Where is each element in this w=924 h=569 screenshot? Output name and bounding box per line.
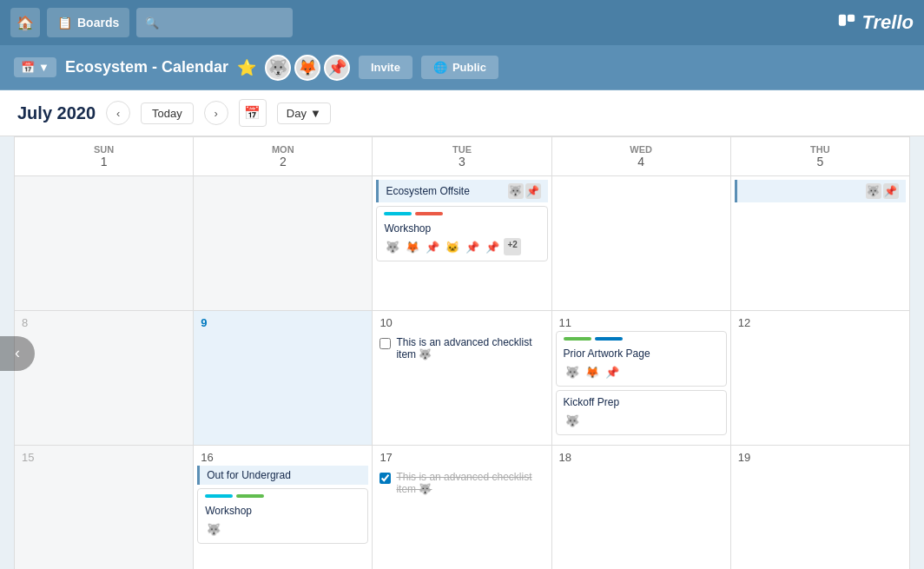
home-button[interactable]: 🏠 (10, 8, 40, 37)
day-cell-thu19: 19 (731, 446, 910, 569)
avatar: 🐺 (564, 412, 581, 429)
checklist-item-tue17: This is an advanced checklist item 🐺 (376, 466, 547, 500)
checklist-item-tue10: This is an advanced checklist item 🐺 (376, 331, 547, 366)
prior-artwork-card[interactable]: Prior Artwork Page 🐺 🦊 📌 (556, 331, 727, 387)
day-cell-sun15: 15 (15, 446, 194, 569)
prior-artwork-title: Prior Artwork Page (564, 347, 719, 360)
back-button[interactable]: ‹ (0, 336, 35, 371)
prev-month-button[interactable]: ‹ (106, 101, 130, 125)
label-blue (595, 337, 623, 341)
svg-rect-0 (839, 15, 846, 26)
day-cell-mon2 (194, 176, 373, 311)
card-avatars: 🐺 🦊 📌 🐱 📌 📌 +2 (384, 238, 539, 255)
home-icon: 🏠 (16, 15, 34, 31)
day-cell-mon16: 16 Out for Undergrad Workshop 🐺 (194, 446, 373, 569)
datepicker-icon: 📅 (244, 105, 261, 121)
avatar: 📌 (464, 238, 481, 255)
ecosystem-offsite-end[interactable]: 🐺 📌 (735, 180, 906, 202)
avatar: 🐺 (508, 183, 524, 199)
boards-board-icon: 📋 (57, 16, 72, 30)
avatar: 📌 (883, 183, 899, 199)
day-cell-mon9: 9 (194, 311, 373, 446)
avatar: 🦊 (584, 363, 601, 380)
view-select-button[interactable]: Day ▼ (277, 103, 331, 124)
day-cell-thu5: 🐺 📌 (731, 176, 910, 311)
col-header-tue: TUE 3 (373, 137, 551, 176)
label-cyan (384, 212, 412, 215)
col-header-wed: WED 4 (552, 137, 731, 176)
kickoff-prep-card[interactable]: Kickoff Prep 🐺 (556, 390, 727, 435)
avatar: 📌 (484, 238, 501, 255)
checklist-checkbox-done[interactable] (380, 473, 391, 484)
avatar: 🐺 (384, 238, 401, 255)
svg-rect-1 (848, 15, 855, 22)
day-num-8: 8 (18, 314, 189, 331)
col-header-sun: SUN 1 (15, 137, 194, 176)
avatar: 📌 (525, 183, 541, 199)
avatar: 🦊 (404, 238, 421, 255)
avatar-overflow-badge: +2 (504, 238, 520, 255)
day-cell-tue3: Ecosystem Offsite 🐺 📌 Workshop 🐺 (373, 176, 551, 311)
workshop-card-week1[interactable]: Workshop 🐺 🦊 📌 🐱 📌 📌 +2 (376, 206, 547, 261)
card-avatars: 🐺 🦊 📌 (564, 363, 719, 380)
card-avatars: 🐺 (564, 412, 719, 429)
day-num-16: 16 (197, 449, 368, 466)
col-header-thu: THU 5 (731, 137, 910, 176)
week-row-2: 8 9 10 This is an advanced checklist ite… (14, 311, 910, 446)
day-num-9: 9 (197, 314, 368, 331)
event-end-avatars: 🐺 📌 (866, 183, 899, 199)
back-chevron-icon: ‹ (15, 344, 20, 362)
label-red (415, 212, 443, 215)
top-nav: 🏠 📋 Boards 🔍 Trello (0, 0, 924, 45)
day-cell-wed11: 11 Prior Artwork Page 🐺 🦊 📌 (552, 311, 731, 446)
day-num-15: 15 (18, 449, 189, 466)
workshop2-title: Workshop (205, 505, 360, 517)
today-button[interactable]: Today (141, 103, 194, 124)
trello-wordmark: Trello (861, 11, 914, 34)
out-banner-title: Out for Undergrad (207, 469, 291, 481)
day-cell-tue17: 17 This is an advanced checklist item 🐺 (373, 446, 551, 569)
avatar: 🐺 (866, 183, 881, 199)
public-button[interactable]: 🌐 Public (421, 56, 498, 79)
avatar: 🐺 (205, 520, 222, 538)
label-green (564, 337, 591, 341)
star-icon[interactable]: ⭐ (237, 58, 256, 77)
event-banner-avatars: 🐺 📌 (508, 183, 541, 199)
day-cell-thu12: 12 (731, 311, 910, 446)
calendar-picker-button[interactable]: 📅 (239, 99, 267, 127)
invite-button[interactable]: Invite (359, 56, 412, 79)
card-labels (205, 494, 360, 501)
avatar: 📌 (604, 363, 621, 380)
boards-button[interactable]: 📋 Boards (47, 8, 129, 37)
public-label: Public (452, 61, 486, 74)
card-labels (384, 212, 539, 219)
calendar-header-row: SUN 1 MON 2 TUE 3 WED 4 THU 5 (14, 136, 910, 176)
ecosystem-offsite-banner[interactable]: Ecosystem Offsite 🐺 📌 (376, 180, 547, 202)
boards-label: Boards (77, 16, 119, 30)
card-labels (564, 337, 719, 344)
search-box: 🔍 (136, 8, 293, 37)
next-month-button[interactable]: › (204, 101, 228, 125)
avatar: 📌 (424, 238, 441, 255)
member-avatars: 🐺 🦊 📌 (265, 55, 350, 81)
day-cell-sun8: 8 (15, 311, 194, 446)
board-header: 📅 ▼ Ecosystem - Calendar ⭐ 🐺 🦊 📌 Invite … (0, 45, 924, 90)
out-for-undergrad-banner[interactable]: Out for Undergrad (197, 466, 368, 485)
workshop-card-week3[interactable]: Workshop 🐺 (197, 488, 368, 544)
kickoff-prep-title: Kickoff Prep (564, 396, 719, 408)
view-label: Day (287, 107, 307, 120)
day-num-18: 18 (556, 449, 727, 466)
view-toggle-button[interactable]: 📅 ▼ (14, 57, 56, 77)
globe-icon: 🌐 (433, 61, 447, 74)
week-row-3: 15 16 Out for Undergrad Workshop 🐺 (14, 446, 910, 569)
checklist-checkbox[interactable] (380, 338, 391, 349)
day-num-11: 11 (556, 314, 727, 331)
day-cell-wed4 (552, 176, 731, 311)
day-cell-tue10: 10 This is an advanced checklist item 🐺 (373, 311, 551, 446)
trello-logo: Trello (837, 11, 914, 34)
view-dropdown-icon: ▼ (38, 61, 50, 74)
col-header-mon: MON 2 (194, 137, 373, 176)
board-title: Ecosystem - Calendar (65, 58, 228, 76)
dropdown-chevron-icon: ▼ (310, 107, 321, 120)
checklist-done-text: This is an advanced checklist item 🐺 (396, 471, 544, 495)
